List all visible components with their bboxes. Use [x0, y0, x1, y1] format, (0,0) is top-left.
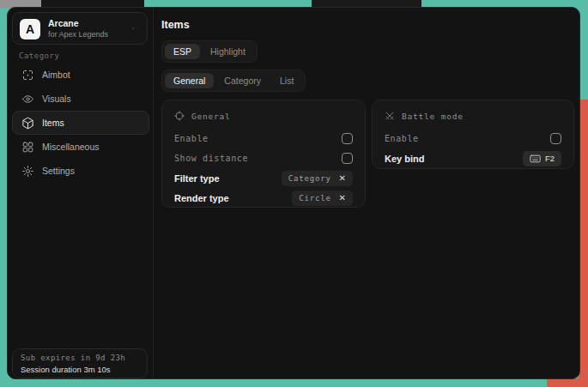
sidebar-item-aimbot[interactable]: Aimbot — [12, 63, 149, 87]
keybind-value: F2 — [545, 154, 555, 163]
sub-expires-text: Sub expires in 9d 23h — [21, 353, 139, 364]
tab-highlight[interactable]: Highlight — [202, 44, 254, 59]
setting-row-enable: Enable — [174, 129, 353, 148]
setting-label: Filter type — [174, 173, 220, 184]
select-value: Category — [288, 174, 331, 183]
app-window: A Arcane for Apex Legends Category Aimbo… — [7, 7, 580, 379]
clear-icon[interactable]: ✕ — [339, 174, 346, 183]
clear-icon[interactable]: ✕ — [339, 194, 346, 203]
panel-header: Battle mode — [385, 109, 561, 123]
tab-general[interactable]: General — [165, 73, 214, 88]
gear-icon — [21, 165, 34, 178]
session-duration-text: Session duration 3m 10s — [21, 364, 139, 375]
page-title: Items — [161, 19, 190, 31]
mode-tabs: ESP Highlight — [161, 40, 258, 63]
keybind-button[interactable]: F2 — [523, 151, 561, 166]
setting-row-render-type: Render type Circle ✕ — [174, 188, 353, 208]
brand-name: Arcane — [48, 18, 79, 28]
battle-enable-checkbox[interactable] — [550, 133, 561, 144]
cube-icon — [21, 117, 34, 130]
sidebar: A Arcane for Apex Legends Category Aimbo… — [8, 8, 154, 378]
screen: A Arcane for Apex Legends Category Aimbo… — [0, 0, 588, 387]
swords-icon — [385, 111, 395, 121]
view-tabs: General Category List — [161, 70, 306, 92]
category-section-label: Category — [19, 51, 59, 60]
tab-list[interactable]: List — [271, 73, 302, 88]
setting-row-filter-type: Filter type Category ✕ — [174, 168, 353, 188]
sidebar-item-label: Items — [42, 118, 64, 128]
sidebar-item-visuals[interactable]: Visuals — [12, 87, 149, 111]
select-value: Circle — [299, 194, 330, 203]
sidebar-item-miscellaneous[interactable]: Miscellaneous — [12, 135, 149, 159]
enable-checkbox[interactable] — [342, 133, 353, 144]
brand-logo: A — [20, 19, 40, 39]
eye-icon — [21, 93, 34, 106]
sidebar-item-items[interactable]: Items — [12, 111, 149, 135]
crosshair-icon — [174, 111, 185, 121]
sidebar-item-label: Aimbot — [42, 70, 70, 80]
setting-label: Enable — [385, 134, 419, 143]
tab-category[interactable]: Category — [215, 73, 270, 88]
brand-card: A Arcane for Apex Legends — [12, 12, 148, 45]
target-icon[interactable] — [127, 22, 139, 34]
show-distance-checkbox[interactable] — [342, 153, 353, 164]
render-type-select[interactable]: Circle ✕ — [292, 190, 353, 206]
panel-header: General — [174, 109, 353, 123]
panel-title: General — [191, 112, 231, 121]
keyboard-icon — [530, 154, 541, 163]
grid-icon — [21, 141, 34, 154]
desktop-backdrop — [547, 378, 588, 387]
tab-esp[interactable]: ESP — [165, 44, 200, 59]
panel-general: General Enable Show distance Filter type… — [161, 100, 366, 208]
sidebar-item-label: Miscellaneous — [42, 142, 100, 152]
setting-label: Enable — [174, 134, 209, 143]
sidebar-item-label: Visuals — [42, 94, 71, 104]
setting-row-enable: Enable — [385, 129, 561, 148]
filter-type-select[interactable]: Category ✕ — [282, 171, 353, 186]
sidebar-nav: Aimbot Visuals Items — [12, 63, 149, 183]
sidebar-item-settings[interactable]: Settings — [12, 159, 149, 183]
sidebar-item-label: Settings — [42, 166, 75, 176]
setting-label: Key bind — [385, 154, 424, 164]
crosshair-scan-icon — [21, 69, 34, 82]
subscription-card: Sub expires in 9d 23h Session duration 3… — [12, 348, 148, 378]
setting-row-key-bind: Key bind F2 — [385, 148, 561, 168]
brand-subtitle: for Apex Legends — [48, 30, 108, 39]
setting-label: Render type — [174, 193, 229, 203]
setting-row-show-distance: Show distance — [174, 148, 353, 168]
panel-battle-mode: Battle mode Enable Key bind F2 — [372, 100, 574, 169]
panel-title: Battle mode — [402, 112, 464, 121]
setting-label: Show distance — [174, 154, 248, 163]
